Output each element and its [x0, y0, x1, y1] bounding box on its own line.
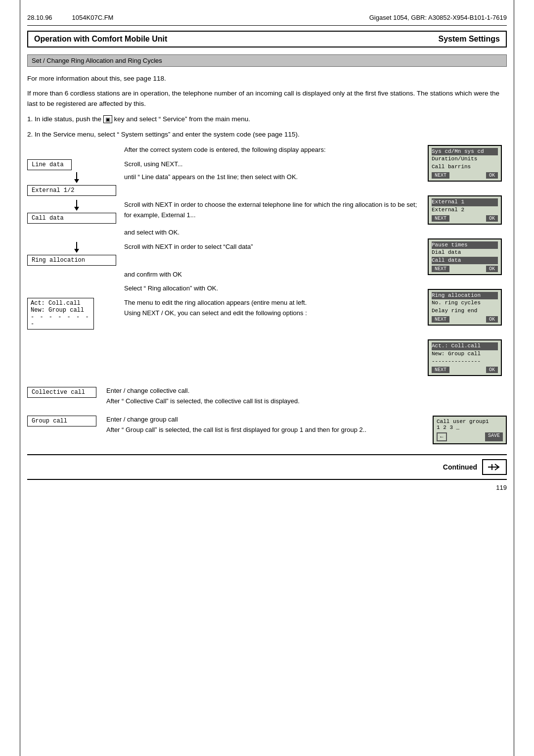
- body-text-1: For more information about this, see pag…: [27, 74, 507, 84]
- lcd-screen-5: Act.: Coll.call New: Group call --------…: [428, 339, 502, 376]
- lcd1-next-btn[interactable]: NEXT: [432, 172, 449, 179]
- flow-diagram-start: Line data: [27, 159, 116, 170]
- collective-call-after: After “ Collective Call” is selected, th…: [106, 396, 507, 407]
- flow-act-new-box: Act: Coll.call New: Group call - - - - -…: [27, 298, 116, 330]
- header-filename: 1054K07C.FM: [72, 14, 114, 21]
- lcd5-line1: Act.: Coll.call: [432, 342, 498, 350]
- step-scroll-next: Line data Scroll, using NEXT...: [27, 159, 423, 170]
- group-call-description: Enter / change group call After “ Group …: [106, 415, 423, 435]
- body-text-2: If more than 6 cordless stations are in …: [27, 89, 507, 109]
- menu-edit-line1: The menu to edit the ring allocation app…: [124, 299, 307, 306]
- lcd3-ok-btn[interactable]: OK: [486, 266, 498, 272]
- flow-section: After the correct system code is entered…: [27, 145, 423, 381]
- header-date: 28.10.96: [27, 14, 52, 21]
- step-ringalloc: and confirm with OK: [27, 270, 423, 280]
- select-ok-text: and select with OK.: [124, 228, 423, 238]
- step-calldata: and select with OK.: [27, 228, 423, 238]
- collective-call-enter: Enter / change collective call.: [106, 386, 507, 396]
- collective-call-row: Collective call Enter / change collectiv…: [27, 386, 507, 407]
- step-external: Call data Scroll with NEXT in order to c…: [27, 200, 423, 224]
- page-number: 119: [27, 484, 507, 491]
- continued-bar: Continued: [27, 454, 507, 480]
- lcd3-next-btn[interactable]: NEXT: [432, 266, 449, 272]
- page-header: 28.10.96 1054K07C.FM Gigaset 1054, GBR: …: [27, 10, 507, 26]
- continued-arrow[interactable]: [482, 459, 507, 475]
- step-calldata2: Ring allocation Scroll with NEXT in orde…: [27, 242, 423, 266]
- lcd4-line1: Ring allocation: [432, 292, 498, 299]
- lcd4-line3: Delay ring end: [432, 307, 498, 315]
- flow-box-ringalloc: Ring allocation: [27, 255, 116, 266]
- scroll-calldata-text: Scroll with NEXT in order to select “Cal…: [124, 242, 423, 252]
- lcd2-ok-btn[interactable]: OK: [486, 215, 498, 222]
- header-left: 28.10.96 1054K07C.FM: [27, 14, 113, 21]
- lcd-group-line1: Call user group1: [437, 419, 503, 425]
- instruction-line2: 2. In the Service menu, select “ System …: [27, 129, 507, 140]
- lcd3-line1: Pause times: [432, 241, 498, 249]
- lcd-group-line2: 1 2 3 _: [437, 425, 503, 430]
- flow-box-linedata-container: Line data: [27, 159, 116, 170]
- lcd2-line2: External 2: [432, 206, 498, 214]
- scroll-next-text: Scroll, using NEXT...: [124, 159, 423, 170]
- title-left: Operation with Comfort Mobile Unit: [34, 35, 167, 44]
- lcd3-line2: Dial data: [432, 249, 498, 256]
- lcd-screen-2: External 1 External 2 NEXT OK: [428, 195, 502, 225]
- lcd2-next-btn[interactable]: NEXT: [432, 215, 449, 222]
- lcd4-ok-btn[interactable]: OK: [486, 316, 498, 323]
- act-coll-line: Act: Coll.call: [31, 300, 90, 307]
- lcd-group-call: Call user group1 1 2 3 _ ← SAVE: [433, 416, 507, 444]
- select-ring-text: Select “ Ring allocation” with OK.: [124, 284, 423, 294]
- after-code-intro: After the correct system code is entered…: [124, 145, 423, 155]
- group-call-enter: Enter / change group call: [106, 415, 423, 425]
- lcd4-next-btn[interactable]: NEXT: [432, 316, 449, 323]
- using-next-ok: Using NEXT / OK, you can select and edit…: [124, 309, 304, 317]
- new-group-line: New: Group call: [31, 307, 90, 314]
- instruction-line1: 1. In idle status, push the ▣ key and se…: [27, 114, 507, 125]
- collective-call-label: Collective call: [27, 387, 96, 398]
- lcd2-line1: External 1: [432, 198, 498, 206]
- menu-edit-text: The menu to edit the ring allocation app…: [124, 298, 423, 319]
- lcd1-line2: Duration/Units: [432, 155, 498, 163]
- continued-label: Continued: [443, 463, 477, 471]
- lcd1-ok-btn[interactable]: OK: [486, 172, 498, 179]
- title-right: System Settings: [439, 35, 500, 44]
- flow-box-linedata: Line data: [27, 159, 72, 170]
- lcd5-next-btn[interactable]: NEXT: [432, 367, 449, 373]
- colon: :: [305, 309, 307, 317]
- lcd-screen-3: Pause times Dial data Call data NEXT OK: [428, 238, 502, 275]
- collective-call-description: Enter / change collective call. After “ …: [106, 386, 507, 407]
- flow-box-calldata: Call data: [27, 213, 116, 224]
- flow-box-external12: External 1/2: [27, 185, 116, 196]
- left-border: [20, 0, 20, 756]
- group-call-after: After “ Group call” is selected, the cal…: [106, 425, 423, 435]
- lcd1-line3: Call barrins: [432, 163, 498, 171]
- title-bar: Operation with Comfort Mobile Unit Syste…: [27, 31, 507, 47]
- right-border: [514, 0, 514, 756]
- main-diagram-area: After the correct system code is entered…: [27, 145, 507, 381]
- lcd-group-back-btn[interactable]: ←: [437, 432, 447, 441]
- linedata-text: until “ Line data” appears on the 1st li…: [124, 172, 423, 183]
- lcd1-line1: Sys cd/Mn sys cd: [432, 148, 498, 155]
- flow-arrow-external: Call data: [27, 200, 116, 224]
- dashes-line: - - - - - - - -: [31, 314, 90, 328]
- continued-arrow-icon: [487, 462, 502, 472]
- step-act-new: Act: Coll.call New: Group call - - - - -…: [27, 298, 423, 330]
- step-linedata: External 1/2 until “ Line data” appears …: [27, 172, 423, 196]
- section-header: Set / Change Ring Allocation and Ring Cy…: [27, 54, 507, 67]
- group-call-row: Group call Enter / change group call Aft…: [27, 415, 507, 444]
- lcd3-line3: Call data: [432, 257, 498, 264]
- lcd-column: Sys cd/Mn sys cd Duration/Units Call bar…: [428, 145, 507, 381]
- external-text: Scroll with NEXT in order to choose the …: [124, 200, 423, 221]
- lcd4-line2: No. ring cycles: [432, 299, 498, 307]
- lcd-screen-1: Sys cd/Mn sys cd Duration/Units Call bar…: [428, 145, 502, 182]
- lcd-group-save-btn[interactable]: SAVE: [485, 432, 503, 441]
- step-select-ring: Select “ Ring allocation” with OK.: [27, 284, 423, 294]
- lcd-screen-4: Ring allocation No. ring cycles Delay ri…: [428, 289, 502, 326]
- lcd5-line2: New: Group call: [432, 350, 498, 358]
- step-after-code: After the correct system code is entered…: [27, 145, 423, 155]
- confirm-ok-text: and confirm with OK: [124, 270, 423, 280]
- page: 28.10.96 1054K07C.FM Gigaset 1054, GBR: …: [0, 0, 534, 756]
- lcd5-line3: ---------------: [432, 358, 498, 365]
- group-call-label: Group call: [27, 416, 96, 426]
- flow-arrow-calldata: Ring allocation: [27, 242, 116, 266]
- lcd5-ok-btn[interactable]: OK: [486, 367, 498, 373]
